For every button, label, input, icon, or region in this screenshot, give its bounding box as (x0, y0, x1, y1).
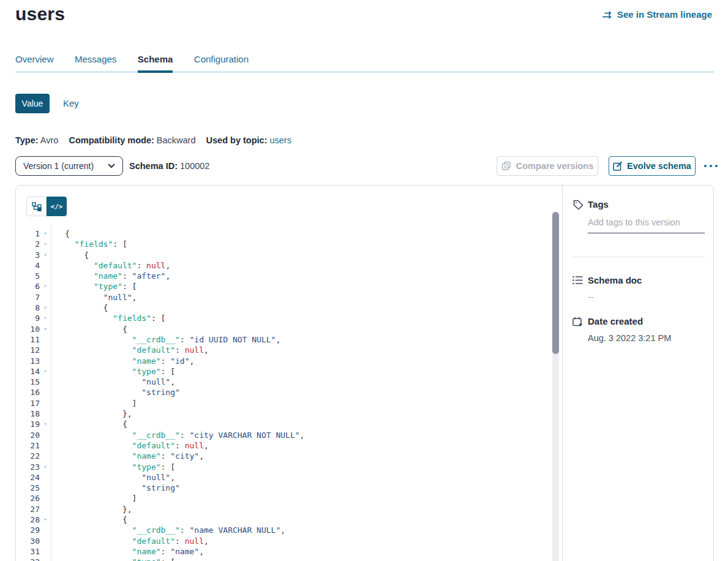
code-line: 26 ] (16, 493, 549, 503)
line-number: 25 (16, 483, 40, 493)
fold-spacer (40, 440, 51, 451)
code-text: "type": [ (51, 366, 175, 377)
fold-toggle-icon[interactable]: ▾ (40, 228, 51, 239)
schema-meta-row: Type: Avro Compatibility mode: Backward … (15, 135, 291, 145)
line-number: 26 (16, 493, 40, 503)
fold-spacer (40, 483, 51, 493)
version-select-value: Version 1 (current) (23, 161, 108, 171)
compatibility-label: Compatibility mode: (69, 135, 154, 145)
type-value: Avro (40, 135, 59, 145)
code-line: 24 "null", (16, 472, 549, 483)
fold-spacer (40, 430, 51, 440)
line-number: 18 (16, 409, 40, 419)
fold-spacer (40, 409, 51, 419)
code-line: 13 "name": "id", (16, 356, 549, 366)
evolve-schema-label: Evolve schema (627, 161, 691, 171)
editor-scrollbar-thumb[interactable] (552, 212, 559, 354)
fold-spacer (40, 387, 51, 397)
fold-toggle-icon[interactable]: ▾ (40, 514, 51, 525)
topic-link[interactable]: users (269, 135, 291, 145)
version-select[interactable]: Version 1 (current) (15, 156, 123, 176)
code-text: "__crdb__": "city VARCHAR NOT NULL", (51, 430, 304, 440)
code-text: { (51, 419, 127, 429)
date-created-value: Aug. 3 2022 3:21 PM (588, 333, 671, 343)
edit-icon (613, 162, 622, 171)
fold-spacer (40, 536, 51, 546)
code-text: ] (51, 493, 137, 503)
code-text: "default": null, (51, 260, 170, 271)
line-number: 16 (16, 387, 40, 397)
tab-overview[interactable]: Overview (15, 54, 54, 70)
fold-toggle-icon[interactable]: ▾ (40, 239, 51, 249)
code-line: 15 "null", (16, 377, 549, 387)
fold-spacer (40, 271, 51, 281)
code-text: "type": [ (51, 462, 175, 472)
key-toggle-button[interactable]: Key (63, 94, 79, 113)
tab-schema[interactable]: Schema (138, 54, 173, 73)
fold-spacer (40, 334, 51, 345)
schema-doc-icon (572, 276, 583, 285)
stream-lineage-icon (602, 10, 613, 20)
code-line: 5 "name": "after", (16, 271, 549, 281)
line-number: 2 (16, 239, 40, 249)
code-text: }, (51, 504, 132, 514)
compare-versions-icon (501, 161, 511, 171)
fold-toggle-icon[interactable]: ▾ (40, 366, 51, 377)
add-tags-input[interactable] (588, 217, 705, 233)
code-line: 30 "default": null, (16, 536, 549, 546)
stream-lineage-link[interactable]: See in Stream lineage (602, 9, 712, 20)
code-text: { (51, 250, 89, 260)
fold-spacer (40, 493, 51, 503)
fold-toggle-icon[interactable]: ▾ (40, 324, 51, 334)
page-title: users (15, 4, 65, 24)
code-text: "type": [ (51, 557, 175, 561)
fold-toggle-icon[interactable]: ▾ (40, 462, 51, 472)
code-line: 11 "__crdb__": "id UUID NOT NULL", (16, 334, 549, 345)
calendar-plus-icon (572, 317, 583, 327)
code-text: "name": "after", (51, 271, 170, 281)
fold-spacer (40, 504, 51, 514)
fold-toggle-icon[interactable]: ▾ (40, 281, 51, 292)
line-number: 31 (16, 546, 40, 557)
line-number: 24 (16, 472, 40, 483)
code-text: "name": "id", (51, 356, 194, 366)
fold-toggle-icon[interactable]: ▾ (40, 250, 51, 260)
line-number: 10 (16, 324, 40, 334)
more-actions-button[interactable] (702, 156, 720, 176)
fold-spacer (40, 472, 51, 483)
fold-spacer (40, 356, 51, 366)
line-number: 29 (16, 525, 40, 535)
code-text: "name": "name", (51, 546, 204, 557)
code-text: { (51, 303, 108, 313)
fold-toggle-icon[interactable]: ▾ (40, 557, 51, 561)
code-view-toggle[interactable]: </> (47, 197, 67, 216)
fold-toggle-icon[interactable]: ▾ (40, 419, 51, 429)
code-view-icon: </> (51, 203, 63, 211)
schema-id-label: Schema ID: (129, 161, 178, 171)
tree-view-toggle[interactable] (26, 197, 47, 216)
compare-versions-button[interactable]: Compare versions (497, 156, 598, 176)
panel-divider (562, 186, 563, 561)
code-line: 27 }, (16, 504, 549, 514)
code-line: 29 "__crdb__": "name VARCHAR NULL", (16, 525, 549, 535)
line-number: 27 (16, 504, 40, 514)
fold-spacer (40, 398, 51, 409)
tab-configuration[interactable]: Configuration (194, 54, 249, 70)
code-line: 2▾ "fields": [ (16, 239, 549, 249)
line-number: 9 (16, 313, 40, 323)
compare-versions-label: Compare versions (516, 161, 594, 171)
editor-view-toggle: </> (26, 197, 67, 216)
line-number: 14 (16, 366, 40, 377)
value-toggle-button[interactable]: Value (15, 94, 50, 113)
evolve-schema-button[interactable]: Evolve schema (609, 156, 696, 176)
code-line: 20 "__crdb__": "city VARCHAR NOT NULL", (16, 430, 549, 440)
tab-messages[interactable]: Messages (75, 54, 116, 70)
fold-toggle-icon[interactable]: ▾ (40, 303, 51, 313)
tab-bar: Overview Messages Schema Configuration (15, 54, 714, 73)
code-editor[interactable]: 1▾{2▾ "fields": [3▾ {4 "default": null,5… (16, 228, 549, 561)
line-number: 5 (16, 271, 40, 281)
code-line: 8▾ { (16, 303, 549, 313)
date-created-title: Date created (588, 316, 643, 326)
fold-toggle-icon[interactable]: ▾ (40, 313, 51, 323)
line-number: 8 (16, 303, 40, 313)
